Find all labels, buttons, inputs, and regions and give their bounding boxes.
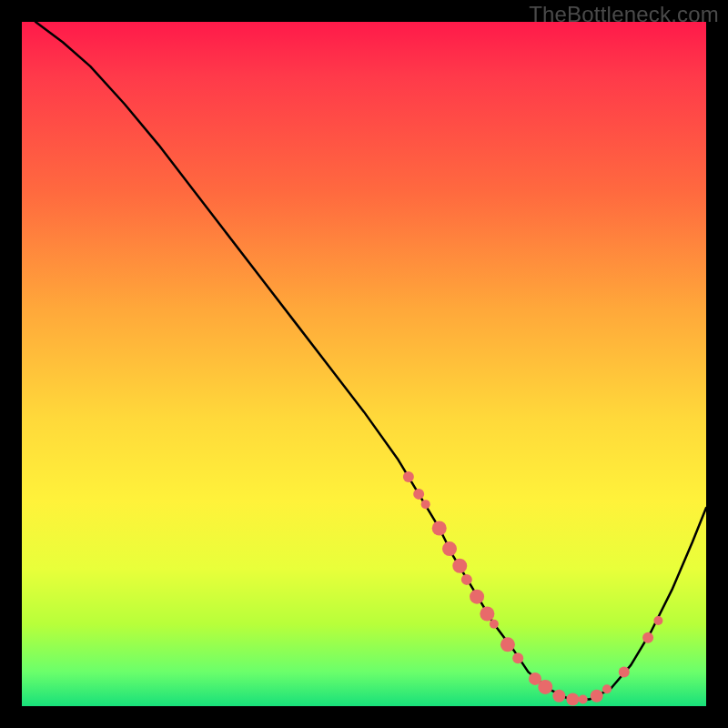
curve-marker: [619, 666, 630, 677]
curve-marker: [653, 616, 662, 625]
curve-marker: [579, 694, 588, 703]
curve-marker: [432, 521, 447, 535]
curve-marker: [500, 637, 515, 652]
curve-marker: [642, 632, 653, 643]
bottleneck-chart-svg: [22, 22, 706, 706]
curve-marker: [490, 620, 499, 629]
curve-marker: [480, 606, 494, 621]
curve-marker: [538, 680, 552, 694]
curve-marker: [512, 652, 523, 663]
curve-marker: [566, 693, 579, 705]
curve-markers-group: [403, 471, 662, 705]
curve-marker: [591, 690, 603, 703]
bottleneck-curve-line: [35, 22, 706, 699]
curve-marker: [470, 590, 484, 604]
curve-marker: [602, 684, 612, 693]
curve-marker: [452, 559, 467, 573]
curve-marker: [403, 471, 414, 482]
curve-marker: [442, 541, 457, 556]
chart-plot-area: [22, 22, 706, 706]
curve-marker: [421, 500, 430, 509]
curve-marker: [461, 574, 472, 585]
curve-marker: [413, 489, 424, 500]
watermark-text: TheBottleneck.com: [529, 2, 719, 27]
curve-marker: [552, 690, 565, 703]
